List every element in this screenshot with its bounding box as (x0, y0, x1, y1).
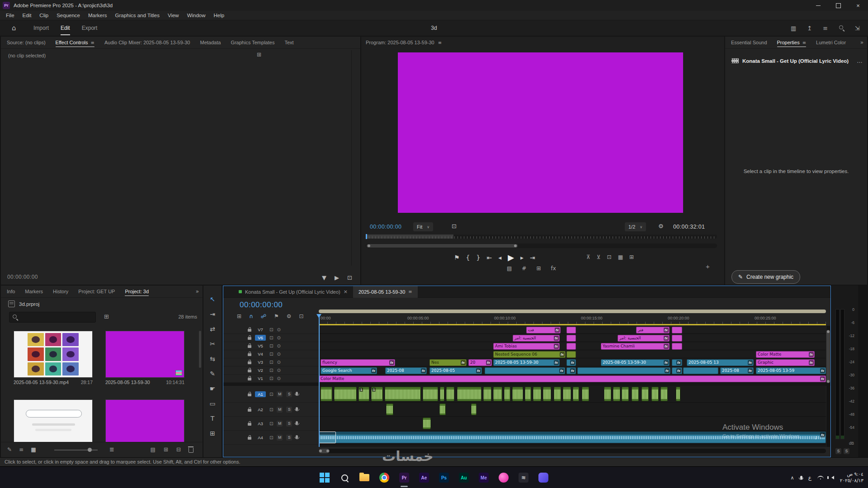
solo-button[interactable]: S (286, 407, 292, 413)
audio-clip[interactable] (446, 387, 454, 401)
track-badge-v4[interactable]: V4 (255, 351, 266, 357)
program-timecode[interactable]: 00:00:00:00 (370, 224, 401, 230)
project-item[interactable] (105, 399, 184, 442)
audio-clip[interactable] (493, 387, 502, 401)
add-marker-icon[interactable]: ⚑ (274, 313, 279, 319)
audio-clip[interactable] (604, 387, 611, 401)
search-icon[interactable] (839, 25, 844, 32)
track-badge-a3[interactable]: A3 (255, 421, 266, 427)
timeline-clip[interactable]: فتfx (526, 327, 561, 333)
lock-icon[interactable] (248, 378, 251, 380)
timeline-clip[interactable]: 2025-08-05 13-59fx (756, 367, 826, 374)
timeline-clip[interactable]: fx (566, 359, 576, 366)
track-badge-v1[interactable]: V1 (255, 375, 266, 381)
track-visibility-icon[interactable]: ⊙ (277, 343, 280, 348)
lock-icon[interactable] (248, 437, 251, 440)
menu-clip[interactable]: Clip (35, 13, 52, 18)
track-badge-v5[interactable]: V5 (255, 343, 266, 349)
sync-lock-icon[interactable]: ⊡ (269, 360, 273, 365)
audio-clip[interactable] (423, 418, 431, 429)
zoom-slider-knob[interactable] (88, 448, 92, 452)
audio-clip[interactable] (386, 404, 393, 415)
mute-button[interactable]: M (277, 421, 283, 427)
audio-clip[interactable] (563, 387, 571, 401)
sync-lock-icon[interactable]: ⊡ (269, 421, 273, 426)
source-tab-audio-clip-mixer-2025-08-05-13-59-30[interactable]: Audio Clip Mixer: 2025-08-05 13-59-30 (99, 37, 195, 48)
timeline-clip[interactable] (672, 343, 682, 350)
lock-icon[interactable] (248, 345, 251, 348)
source-tab-text[interactable]: Text (279, 37, 298, 48)
new-item-icon[interactable]: ⊟ (176, 446, 181, 453)
timeline-clip[interactable]: فترfx (636, 327, 670, 333)
compare-view-icon[interactable]: ▦ (618, 254, 623, 260)
timeline-clip[interactable]: Google Searchfx (321, 367, 377, 374)
file-explorer-button[interactable] (355, 468, 373, 488)
panel-menu-icon[interactable]: ≡ (91, 40, 94, 45)
solo-left-button[interactable]: S (835, 448, 841, 454)
audio-clip[interactable] (543, 387, 551, 401)
sync-lock-icon[interactable]: ⊡ (269, 343, 273, 348)
go-to-out-icon[interactable]: ⇥ (530, 254, 535, 261)
timeline-clip[interactable]: fluencyfx (321, 359, 395, 366)
track-visibility-icon[interactable]: ⊙ (277, 335, 280, 340)
multicam-view-icon[interactable]: ⊞ (629, 254, 634, 260)
add-marker-icon[interactable]: ⚑ (454, 254, 460, 261)
lock-icon[interactable] (248, 353, 251, 356)
timeline-zoom-bar[interactable] (319, 310, 826, 313)
linked-selection-icon[interactable]: ☍ (261, 313, 266, 319)
audio-clip[interactable] (525, 387, 531, 401)
track-visibility-icon[interactable]: ⊙ (277, 352, 280, 357)
hand-tool[interactable]: ☛ (210, 385, 216, 392)
panel-menu-icon[interactable]: ≡ (823, 25, 828, 32)
media-encoder-button[interactable]: Me (475, 468, 493, 488)
sync-lock-icon[interactable]: ⊡ (269, 335, 273, 340)
play-around-icon[interactable]: ▶ (335, 274, 339, 281)
new-bin-icon[interactable]: ⊞ (164, 446, 168, 453)
clock[interactable]: ٩:٠٤ ص ٢٠٢٥/٠٨/١٣ (840, 471, 863, 483)
track-badge-v3[interactable]: V3 (255, 359, 266, 365)
audio-clip[interactable] (457, 387, 481, 401)
chrome-button[interactable] (375, 468, 393, 488)
audio-clip[interactable] (439, 404, 446, 415)
lock-icon[interactable] (248, 361, 251, 364)
playback-resolution-icon[interactable]: ⊡ (452, 223, 457, 230)
timeline-clip[interactable]: الجنسية :امرfx (513, 335, 560, 342)
playhead-line[interactable] (319, 314, 320, 447)
automate-to-sequence-icon[interactable]: ▤ (151, 446, 156, 453)
audio-clip[interactable] (533, 387, 541, 401)
ripple-edit-tool[interactable]: ⇄ (210, 325, 215, 333)
timeline-clip[interactable]: 2025-08-05 13fx (687, 359, 754, 366)
tray-chevron-icon[interactable]: ∧ (791, 475, 794, 481)
export-frame-icon[interactable]: ⊡ (347, 274, 352, 281)
sync-lock-icon[interactable]: ⊡ (269, 407, 273, 412)
sync-lock-icon[interactable]: ⊡ (269, 376, 273, 381)
timeline-clip[interactable]: 2025-08fx (385, 367, 427, 374)
export-frame-icon[interactable]: ⊡ (607, 254, 612, 260)
solo-button[interactable]: S (286, 435, 292, 441)
program-video-frame[interactable] (398, 52, 683, 213)
filter-icon[interactable]: ▼ (322, 274, 326, 281)
track-select-forward-tool[interactable]: ⇥ (210, 310, 215, 318)
global-fx-mute-icon[interactable]: fx (551, 265, 556, 272)
track-visibility-icon[interactable]: ⊙ (277, 368, 280, 373)
delete-icon[interactable] (189, 448, 193, 453)
timeline-clip[interactable]: 2025-08-05fx (429, 367, 482, 374)
language-indicator[interactable]: ع (808, 474, 811, 481)
timeline-clip[interactable] (683, 367, 718, 374)
lock-icon[interactable] (248, 329, 251, 332)
fit-dropdown[interactable]: Fit (413, 222, 433, 231)
audio-clip[interactable] (319, 432, 336, 443)
audition-button[interactable]: Au (455, 468, 473, 488)
track-visibility-icon[interactable]: ⊙ (277, 376, 280, 381)
timeline-clip[interactable] (566, 335, 576, 342)
photoshop-button[interactable]: Ps (435, 468, 453, 488)
captions-lane-icon[interactable]: ⊡ (299, 313, 304, 319)
timeline-clip[interactable]: 2025-08fx (720, 367, 754, 374)
quick-export-icon[interactable]: ↥ (807, 25, 812, 32)
nest-toggle-icon[interactable]: ⊞ (237, 313, 241, 319)
program-mini-timeline[interactable] (366, 235, 717, 239)
menu-sequence[interactable]: Sequence (52, 13, 84, 18)
mute-button[interactable]: M (277, 391, 283, 397)
track-badge-a2[interactable]: A2 (255, 407, 266, 413)
extract-icon[interactable]: ⊻ (597, 254, 601, 260)
